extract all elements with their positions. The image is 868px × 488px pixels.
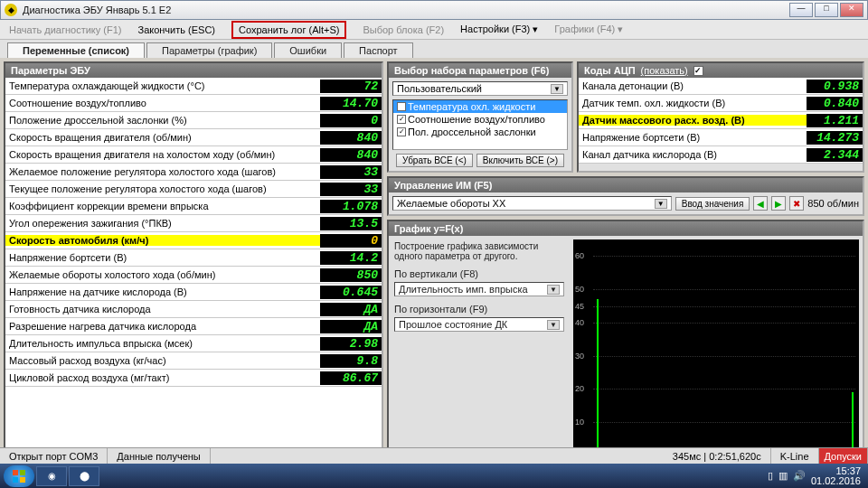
include-all-button[interactable]: Включить ВСЕ (>): [476, 154, 564, 167]
adc-row: Канал датчика кислорода (В)2.344: [579, 146, 863, 164]
param-row[interactable]: Напряжение бортсети (В)14.2: [5, 249, 382, 267]
param-label: Цикловой расход воздуха (мг/такт): [5, 372, 320, 383]
tray-flag-icon[interactable]: ▯: [768, 470, 773, 482]
system-tray[interactable]: ▯ ▥ 🔊 15:37 01.02.2016: [768, 466, 864, 486]
param-label: Скорость автомобиля (км/ч): [5, 235, 320, 246]
adc-list: Канала детонации (В)0.938Датчик темп. ох…: [579, 78, 863, 164]
adc-label: Канала детонации (В): [579, 80, 807, 91]
param-label: Температура охлаждающей жидкости (°С): [5, 80, 320, 91]
menu-finish[interactable]: Закончить (ESC): [137, 24, 215, 35]
tab-passport[interactable]: Паспорт: [344, 42, 413, 58]
statusbar: Открыт порт COM3 Данные получены 345мс |…: [0, 447, 868, 464]
checkbox-icon: ✓: [397, 115, 406, 124]
adc-row: Напряжение бортсети (В)14.273: [579, 129, 863, 146]
app-icon: ◆: [5, 4, 17, 16]
param-value: 0: [320, 234, 382, 248]
param-label: Напряжение на датчике кислорода (В): [5, 286, 320, 297]
adc-value: 0.938: [807, 80, 863, 93]
param-row[interactable]: Желаемое положение регулятора холостого …: [5, 164, 382, 181]
param-label: Скорость вращения двигателя на холостом …: [5, 149, 320, 160]
adc-label: Датчик темп. охл. жидкости (В): [579, 98, 807, 108]
param-row[interactable]: Длительность импульса впрыска (мсек)2.98: [5, 335, 382, 352]
adc-value: 1.211: [807, 114, 863, 127]
taskbar-chrome[interactable]: ◉: [36, 466, 67, 486]
graph-vertical-combo[interactable]: Длительность имп. впрыска ▼: [394, 282, 564, 296]
im-header: Управление ИМ (F5): [389, 178, 863, 192]
status-dopuski[interactable]: Допуски: [819, 448, 868, 464]
tab-variables-list[interactable]: Переменные (список): [7, 42, 145, 58]
graph-horizontal-combo[interactable]: Прошлое состояние ДК ▼: [394, 317, 564, 332]
checkbox-icon: ✓: [397, 127, 406, 136]
param-checklist[interactable]: ✓Температура охл. жидкости✓Соотношение в…: [392, 99, 568, 150]
param-label: Длительность импульса впрыска (мсек): [5, 338, 320, 349]
chevron-down-icon: ▼: [547, 285, 560, 295]
param-row[interactable]: Текущее положение регулятора холостого х…: [5, 181, 382, 198]
svg-rect-0: [13, 470, 18, 475]
param-row[interactable]: Напряжение на датчике кислорода (В)0.645: [5, 284, 382, 301]
param-row[interactable]: Готовность датчика кислородаДА: [5, 301, 382, 318]
param-label: Напряжение бортсети (В): [5, 252, 320, 263]
adc-label: Канал датчика кислорода (В): [579, 149, 807, 160]
taskbar-clock[interactable]: 15:37 01.02.2016: [811, 466, 864, 486]
checklist-item[interactable]: ✓Соотношение воздух/топливо: [393, 113, 567, 126]
param-value: 0: [320, 114, 382, 127]
menu-select-block[interactable]: Выбор блока (F2): [363, 24, 444, 35]
im-next-button[interactable]: ▶: [771, 196, 786, 211]
adc-show-link[interactable]: (показать): [641, 65, 688, 76]
param-row[interactable]: Угол опережения зажигания (°ПКВ)13.5: [5, 215, 382, 232]
im-control-panel: Управление ИМ (F5) Желаемые обороты ХХ ▼…: [387, 176, 864, 216]
status-data: Данные получены: [108, 448, 210, 464]
param-value: 9.8: [320, 354, 382, 368]
adc-label: Напряжение бортсети (В): [579, 132, 807, 143]
chevron-down-icon: ▼: [655, 199, 667, 209]
taskbar-app[interactable]: ⬤: [69, 466, 99, 486]
windows-icon: [12, 469, 26, 483]
ecu-params-panel: Параметры ЭБУ Температура охлаждающей жи…: [4, 61, 383, 461]
menu-settings[interactable]: Настройки (F3) ▾: [460, 23, 538, 35]
param-row[interactable]: Скорость вращения двигателя (об/мин)840: [5, 129, 382, 146]
ecu-params-list[interactable]: Температура охлаждающей жидкости (°С)72С…: [5, 78, 382, 459]
menu-charts[interactable]: Графики (F4) ▾: [554, 23, 623, 35]
param-row[interactable]: Цикловой расход воздуха (мг/такт)86.67: [5, 370, 382, 387]
remove-all-button[interactable]: Убрать ВСЕ (<): [396, 154, 473, 167]
tray-sound-icon[interactable]: 🔊: [793, 470, 806, 482]
tray-network-icon[interactable]: ▥: [778, 470, 788, 482]
close-button[interactable]: ✕: [840, 3, 863, 17]
im-prev-button[interactable]: ◀: [753, 196, 768, 211]
param-value: 33: [320, 165, 382, 179]
param-row[interactable]: Температура охлаждающей жидкости (°С)72: [5, 78, 382, 95]
param-row[interactable]: Скорость автомобиля (км/ч)0: [5, 232, 382, 249]
adc-label: Датчик массового расх. возд. (В): [579, 115, 807, 126]
param-set-combo[interactable]: Пользовательский ▼: [392, 81, 568, 96]
menu-save-log[interactable]: Сохранить лог (Alt+S): [231, 21, 346, 39]
checklist-item[interactable]: ✓Пол. дроссельной заслонки: [393, 126, 567, 138]
tab-parameters-graph[interactable]: Параметры (график): [146, 42, 272, 58]
tab-errors[interactable]: Ошибки: [274, 42, 342, 58]
menu-start-diag[interactable]: Начать диагностику (F1): [9, 24, 121, 35]
maximize-button[interactable]: □: [815, 3, 838, 17]
param-label: Желаемые обороты холостого хода (об/мин): [5, 269, 320, 280]
param-row[interactable]: Массовый расход воздуха (кг/час)9.8: [5, 352, 382, 370]
adc-value: 14.273: [807, 131, 863, 145]
param-row[interactable]: Скорость вращения двигателя на холостом …: [5, 146, 382, 164]
start-button[interactable]: [4, 465, 34, 487]
checklist-item[interactable]: ✓Температура охл. жидкости: [393, 100, 567, 113]
tabstrip: Переменные (список) Параметры (график) О…: [0, 40, 868, 58]
param-value: 14.70: [320, 97, 382, 110]
window-title: Диагностика ЭБУ Январь 5.1 Е2: [23, 5, 789, 15]
graph-horizontal-label: По горизонтали (F9): [394, 304, 564, 314]
im-enter-value-button[interactable]: Ввод значения: [675, 197, 750, 211]
param-value: 840: [320, 148, 382, 162]
param-row[interactable]: Соотношение воздух/топливо14.70: [5, 95, 382, 112]
param-value: ДА: [320, 303, 382, 316]
param-set-panel: Выбор набора параметров (F6) Пользовател…: [387, 61, 573, 173]
param-row[interactable]: Положение дроссельной заслонки (%)0: [5, 112, 382, 129]
param-row[interactable]: Желаемые обороты холостого хода (об/мин)…: [5, 267, 382, 284]
param-row[interactable]: Разрешение нагрева датчика кислородаДА: [5, 318, 382, 335]
im-stop-button[interactable]: ✖: [789, 196, 804, 211]
chevron-down-icon: ▼: [547, 320, 560, 330]
im-combo[interactable]: Желаемые обороты ХХ ▼: [392, 196, 672, 211]
minimize-button[interactable]: —: [789, 3, 813, 17]
param-row[interactable]: Коэффициент коррекции времени впрыска1.0…: [5, 198, 382, 215]
adc-checkbox[interactable]: ✓: [693, 66, 703, 76]
